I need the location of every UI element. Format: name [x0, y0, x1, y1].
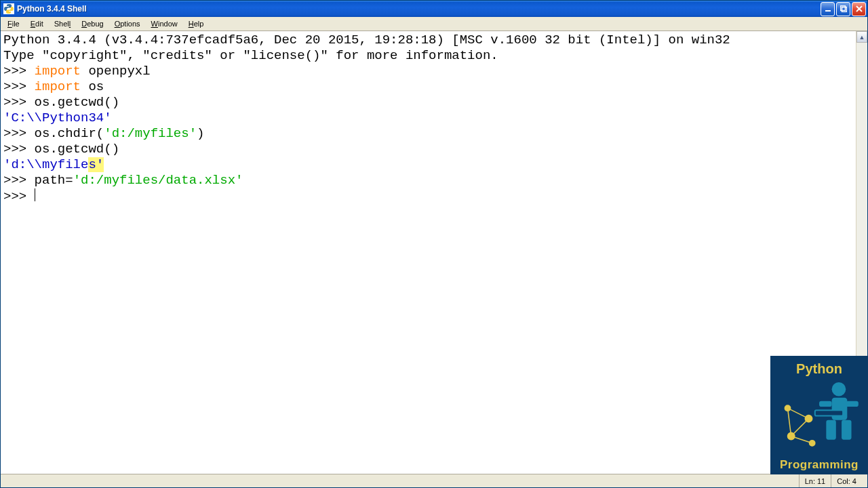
- minimize-button[interactable]: [821, 2, 835, 16]
- prompt: >>>: [3, 126, 35, 141]
- prompt: >>>: [3, 64, 35, 79]
- svg-rect-14: [842, 420, 851, 440]
- prompt: >>>: [3, 95, 35, 110]
- banner-line1: Python 3.4.4 (v3.4.4:737efcadf5a6, Dec 2…: [3, 33, 730, 47]
- watermark-title: Python: [774, 361, 864, 377]
- svg-rect-13: [826, 420, 835, 440]
- svg-line-10: [788, 408, 791, 436]
- prompt: >>>: [3, 173, 35, 188]
- code-chdir-post: ): [197, 126, 204, 141]
- output-cwd2-selected: s': [88, 157, 104, 172]
- menu-options[interactable]: Options: [109, 18, 146, 29]
- titlebar[interactable]: Python 3.4.4 Shell: [1, 1, 867, 17]
- svg-rect-0: [825, 10, 831, 12]
- svg-line-9: [791, 436, 812, 443]
- svg-rect-17: [815, 410, 843, 415]
- content-area: Python 3.4.4 (v3.4.4:737efcadf5a6, Dec 2…: [1, 31, 867, 474]
- string-chdir-arg: 'd:/myfiles': [104, 126, 197, 141]
- menu-help[interactable]: Help: [183, 18, 210, 29]
- window-title: Python 3.4.4 Shell: [17, 4, 821, 14]
- svg-rect-1: [840, 6, 845, 11]
- keyword-import: import: [35, 79, 81, 94]
- module-openpyxl: openpyxl: [81, 64, 151, 79]
- menu-edit[interactable]: Edit: [25, 18, 49, 29]
- scroll-up-button[interactable]: ▲: [856, 31, 867, 43]
- watermark-subtitle: Programming: [774, 458, 864, 472]
- maximize-button[interactable]: [836, 2, 850, 16]
- output-cwd2: 'd:\\myfile: [3, 157, 88, 172]
- close-button[interactable]: [852, 2, 866, 16]
- text-cursor: [35, 188, 35, 201]
- menubar: File Edit Shell Debug Options Window Hel…: [1, 17, 867, 31]
- menu-window[interactable]: Window: [146, 18, 183, 29]
- svg-rect-12: [832, 398, 848, 420]
- svg-line-8: [788, 408, 809, 419]
- menu-debug[interactable]: Debug: [76, 18, 108, 29]
- status-line: Ln: 11: [799, 474, 831, 487]
- shell-editor[interactable]: Python 3.4.4 (v3.4.4:737efcadf5a6, Dec 2…: [1, 31, 856, 474]
- module-os: os: [81, 79, 104, 94]
- watermark-graphic-icon: [777, 376, 861, 454]
- prompt: >>>: [3, 142, 35, 157]
- prompt: >>>: [3, 79, 35, 94]
- status-col: Col: 4: [831, 474, 862, 487]
- menu-shell[interactable]: Shell: [49, 18, 76, 29]
- banner-line2: Type "copyright", "credits" or "license(…: [3, 48, 498, 63]
- svg-point-6: [810, 441, 815, 446]
- menu-file[interactable]: File: [2, 18, 25, 29]
- code-getcwd: os.getcwd(): [35, 95, 119, 110]
- output-cwd1: 'C:\\Python34': [3, 110, 112, 125]
- svg-rect-2: [842, 7, 846, 12]
- code-getcwd2: os.getcwd(): [35, 142, 119, 157]
- keyword-import: import: [35, 64, 81, 79]
- svg-point-11: [832, 382, 846, 396]
- code-chdir-pre: os.chdir(: [35, 126, 104, 141]
- code-path-assign: path=: [35, 173, 73, 188]
- watermark-badge: Python Programming: [770, 356, 868, 474]
- svg-rect-16: [846, 401, 859, 407]
- svg-rect-15: [819, 401, 832, 407]
- app-window: Python 3.4.4 Shell File Edit Shell Debug…: [0, 0, 868, 488]
- prompt: >>>: [3, 189, 35, 204]
- statusbar: Ln: 11 Col: 4: [1, 474, 867, 487]
- svg-line-7: [791, 419, 809, 436]
- window-controls: [821, 2, 866, 16]
- string-path: 'd:/myfiles/data.xlsx': [73, 173, 243, 188]
- python-icon: [3, 3, 14, 14]
